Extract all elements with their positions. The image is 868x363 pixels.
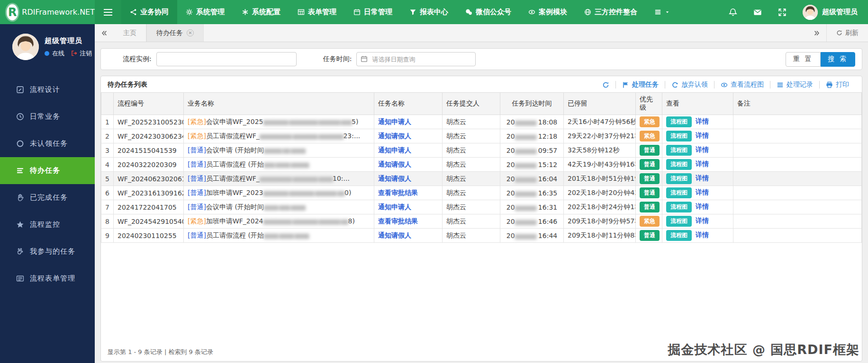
tab-close-icon[interactable]: ✕ <box>187 29 194 36</box>
flowchart-button[interactable]: 流程图 <box>666 131 692 142</box>
detail-link[interactable]: 详情 <box>696 203 709 210</box>
task-name-link[interactable]: 通知请假人 <box>378 175 411 182</box>
task-name-link[interactable]: 通知申请人 <box>378 146 411 154</box>
nav-item-case-module[interactable]: 案例模块 <box>520 0 576 24</box>
brand[interactable]: R RDIFramework.NET <box>0 0 95 24</box>
user-avatar <box>803 5 818 20</box>
detail-link[interactable]: 详情 <box>696 231 709 239</box>
print-button[interactable]: 打印 <box>820 80 855 89</box>
flowchart-button[interactable]: 流程图 <box>666 159 692 170</box>
instance-input[interactable] <box>156 52 297 66</box>
sidebar-item-process-design[interactable]: 流程设计 <box>0 76 95 103</box>
task-name-link[interactable]: 通知申请人 <box>378 118 411 125</box>
nav-item-daily-mgmt[interactable]: 日常管理 <box>345 0 401 24</box>
detail-link[interactable]: 详情 <box>696 146 709 153</box>
process-record-button[interactable]: 处理记录 <box>770 80 819 89</box>
table-row[interactable]: 420240322020309[普通]员工请假流程 (开始▇▇▇ ▇▇▇▇ ▇▇… <box>101 158 862 172</box>
user-menu[interactable]: 超级管理员 <box>803 5 858 20</box>
nav-item-third-party[interactable]: 三方控件整合 <box>576 0 646 24</box>
detail-link[interactable]: 详情 <box>696 132 709 139</box>
task-name-link[interactable]: 查看审批结果 <box>378 189 418 196</box>
sidebar-item-label: 流程设计 <box>30 85 60 94</box>
sidebar-item-todo-tasks[interactable]: 待办任务 <box>0 157 95 184</box>
wechat-icon <box>465 9 472 16</box>
view-cell: 流程图详情 <box>662 158 733 172</box>
flowchart-button[interactable]: 流程图 <box>666 187 692 198</box>
refresh-tab-button[interactable]: 刷新 <box>826 24 868 42</box>
sidebar-item-label: 流程表单管理 <box>30 274 75 283</box>
table-row[interactable]: 1WF_20252310052308[紧急]会议申请WF_2025▇▇▇▇▇▇▇… <box>101 115 862 129</box>
business-name: 员工请假流程 (开始 <box>206 231 264 239</box>
nav-item-label: 业务协同 <box>140 8 169 17</box>
table-row[interactable]: 2WF_20242303062348[紧急]员工请假流程WF_▇▇▇▇▇▇▇▇▇… <box>101 129 862 143</box>
sidebar-item-unclaimed-tasks[interactable]: 未认领任务 <box>0 130 95 157</box>
pagination-summary: 显示第 1 - 9 条记录 | 检索到 9 条记录 <box>101 344 862 361</box>
tabs-scroll-right-button[interactable] <box>807 24 826 42</box>
sidebar-item-completed-tasks[interactable]: 已完成任务 <box>0 184 95 211</box>
col-view: 查看 <box>662 93 733 115</box>
flowchart-button[interactable]: 流程图 <box>666 116 692 127</box>
task-name-link[interactable]: 通知请假人 <box>378 231 411 239</box>
nav-item-wechat[interactable]: 微信公众号 <box>457 0 520 24</box>
flowchart-button[interactable]: 流程图 <box>666 145 692 156</box>
sidebar-toggle-button[interactable] <box>95 0 121 24</box>
view-flowchart-button[interactable]: 查看流程图 <box>714 80 770 89</box>
task-name-link[interactable]: 通知申请人 <box>378 203 411 211</box>
stay-duration-cell: 202天18小时20分钟42秒 <box>564 186 636 200</box>
task-name-link[interactable]: 通知请假人 <box>378 132 411 140</box>
nav-item-report-center[interactable]: 报表中心 <box>401 0 457 24</box>
table-row[interactable]: 720241722041705[普通]会议申请 (开始时间▇▇▇▇ ▇▇▇ ▇▇… <box>101 200 862 214</box>
detail-link[interactable]: 详情 <box>696 160 709 168</box>
nav-item-label: 表单管理 <box>308 8 336 17</box>
search-button[interactable]: 搜 索 <box>821 52 855 67</box>
redacted-text: ▇▇▇▇▇▇ <box>515 120 536 126</box>
table-row[interactable]: 6WF_20231613091627[普通]加班申请WF_2023▇▇▇▇▇▇▇… <box>101 186 862 200</box>
remark-cell <box>733 158 862 172</box>
table-row[interactable]: 8WF_20245429105405[紧急]加班申请WF_2024▇▇▇▇▇▇▇… <box>101 214 862 229</box>
pen-square-icon <box>16 86 24 94</box>
sidebar-item-process-monitor[interactable]: 流程监控 <box>0 211 95 238</box>
abandon-claim-button[interactable]: 放弃认领 <box>665 80 714 89</box>
list-icon <box>777 81 784 89</box>
reset-button[interactable]: 重 置 <box>786 52 820 67</box>
table-row[interactable]: 320241515041539[普通]会议申请 (开始时间▇▇▇▇▇ ▇▇ ▇▇… <box>101 143 862 158</box>
date-range-input[interactable] <box>356 52 476 66</box>
tab-todo-tasks[interactable]: 待办任务 ✕ <box>146 24 204 42</box>
tabs-scroll-left-button[interactable] <box>95 24 114 42</box>
flowchart-button[interactable]: 流程图 <box>666 216 692 227</box>
asterisk-icon <box>242 9 249 16</box>
logout-button[interactable]: 注销 <box>71 49 92 58</box>
nav-item-more[interactable] <box>646 0 678 24</box>
nav-item-form-mgmt[interactable]: 表单管理 <box>289 0 345 24</box>
detail-link[interactable]: 详情 <box>696 174 709 182</box>
fullscreen-button[interactable] <box>778 8 787 17</box>
detail-link[interactable]: 详情 <box>696 117 709 125</box>
flowchart-button[interactable]: 流程图 <box>666 230 692 241</box>
row-index: 3 <box>101 143 114 158</box>
remark-cell <box>733 229 862 243</box>
detail-link[interactable]: 详情 <box>696 188 709 196</box>
task-name-link[interactable]: 查看审批结果 <box>378 217 418 225</box>
nav-item-business-collab[interactable]: 业务协同 <box>121 0 177 24</box>
sidebar-item-process-form-mgmt[interactable]: 流程表单管理 <box>0 265 95 292</box>
flowchart-button[interactable]: 流程图 <box>666 202 692 212</box>
nav-item-system-config[interactable]: 系统配置 <box>233 0 289 24</box>
table-row[interactable]: 5WF_20240623020613[普通]员工请假流程WF_▇▇▇▇▇▇▇▇▇… <box>101 172 862 186</box>
stay-duration-cell: 201天18小时51分钟19秒 <box>564 172 636 186</box>
sidebar-item-label: 待办任务 <box>30 166 60 175</box>
priority-cell: 普通 <box>636 172 662 186</box>
tab-home[interactable]: 主页 <box>114 24 146 42</box>
remark-cell <box>733 172 862 186</box>
table-row[interactable]: 920240230110255[普通]员工请假流程 (开始▇▇▇▇ ▇▇▇▇ ▇… <box>101 229 862 243</box>
refresh-table-button[interactable] <box>596 81 615 89</box>
detail-link[interactable]: 详情 <box>696 217 709 224</box>
sidebar-item-my-tasks[interactable]: 我参与的任务 <box>0 238 95 265</box>
notifications-button[interactable] <box>729 8 737 17</box>
business-name-cell: [普通]加班申请WF_2023▇▇▇▇▇▇▇ ▇▇▇▇▇▇▇ ▇▇▇▇▇▇ ▇▇… <box>184 186 374 200</box>
process-task-button[interactable]: 处理任务 <box>616 80 665 89</box>
nav-item-system-mgmt[interactable]: 系统管理 <box>177 0 233 24</box>
messages-button[interactable] <box>753 8 762 17</box>
task-name-link[interactable]: 通知请假人 <box>378 160 411 168</box>
sidebar-item-daily-business[interactable]: 日常业务 <box>0 103 95 130</box>
flowchart-button[interactable]: 流程图 <box>666 173 692 184</box>
